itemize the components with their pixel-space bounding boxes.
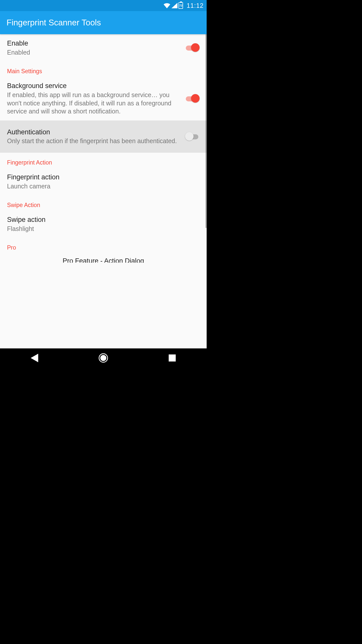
enable-toggle[interactable] xyxy=(185,43,200,52)
authentication-toggle[interactable] xyxy=(185,132,200,141)
section-fingerprint-action: Fingerprint Action xyxy=(0,153,207,168)
app-title: Fingerprint Scanner Tools xyxy=(7,18,101,27)
cell-signal-icon xyxy=(171,3,177,8)
section-pro: Pro xyxy=(0,238,207,255)
svg-rect-2 xyxy=(169,354,176,361)
section-swipe-action: Swipe Action xyxy=(0,195,207,211)
scrollbar-thumb[interactable] xyxy=(205,34,207,228)
setting-fingerprint-action[interactable]: Fingerprint action Launch camera xyxy=(0,168,207,195)
pro-feature-item[interactable]: Pro Feature - Action Dialog xyxy=(0,255,207,263)
setting-title: Enable xyxy=(7,39,181,48)
settings-list[interactable]: Enable Enabled Main Settings Background … xyxy=(0,34,207,348)
setting-subtitle: Launch camera xyxy=(7,182,196,190)
setting-subtitle: Enabled xyxy=(7,48,181,57)
setting-subtitle: Only start the action if the fingerprint… xyxy=(7,137,181,145)
setting-title: Authentication xyxy=(7,128,181,137)
section-main-settings: Main Settings xyxy=(0,61,207,77)
back-button[interactable] xyxy=(29,352,40,364)
background-service-toggle[interactable] xyxy=(185,94,200,103)
setting-title: Fingerprint action xyxy=(7,173,196,182)
setting-enable[interactable]: Enable Enabled xyxy=(0,34,207,61)
navigation-bar xyxy=(0,348,207,368)
status-icons: 72 xyxy=(163,2,183,9)
home-button[interactable] xyxy=(98,352,109,364)
setting-subtitle: If enabled, this app will run as a backg… xyxy=(7,91,181,115)
setting-swipe-action[interactable]: Swipe action Flashlight xyxy=(0,211,207,238)
setting-authentication[interactable]: Authentication Only start the action if … xyxy=(0,120,207,153)
wifi-icon xyxy=(163,3,170,8)
clock: 11:12 xyxy=(187,2,204,9)
screen: 72 11:12 Fingerprint Scanner Tools Enabl… xyxy=(0,0,207,368)
setting-background-service[interactable]: Background service If enabled, this app … xyxy=(0,77,207,120)
svg-point-1 xyxy=(100,355,106,361)
setting-title: Background service xyxy=(7,82,181,90)
app-bar: Fingerprint Scanner Tools xyxy=(0,11,207,34)
setting-title: Swipe action xyxy=(7,216,196,224)
recents-button[interactable] xyxy=(166,352,178,364)
status-bar: 72 11:12 xyxy=(0,0,207,11)
battery-icon: 72 xyxy=(178,2,183,9)
battery-level: 72 xyxy=(179,4,182,7)
setting-subtitle: Flashlight xyxy=(7,225,196,233)
